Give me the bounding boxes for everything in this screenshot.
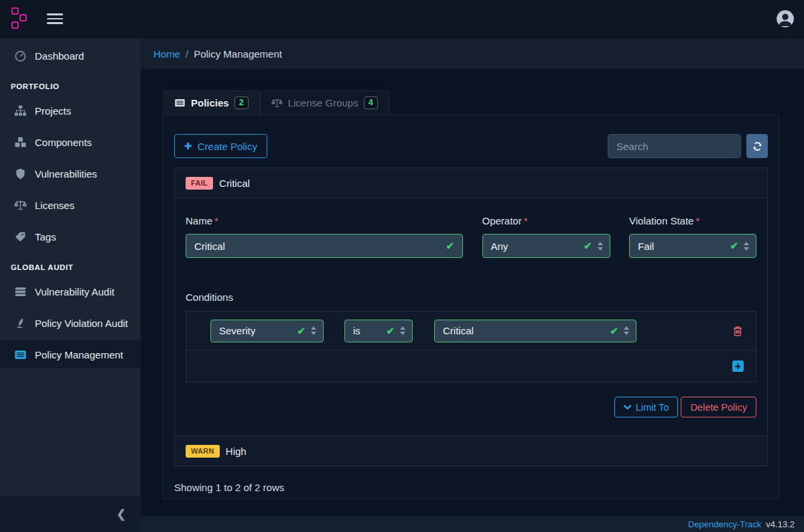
policy-name-input[interactable]: Critical ✔ [186,234,463,258]
policy-row-critical[interactable]: FAIL Critical [175,168,767,198]
cubes-icon [13,135,27,149]
violation-state-select[interactable]: Fail ✔ [629,234,756,258]
plus-square-icon: + [732,360,744,372]
page-footer: Dependency-Track v4.13.2 [141,516,804,532]
sidebar-item-label: Dashboard [35,50,84,62]
list-icon [174,97,186,109]
sidebar-item-label: Components [35,137,92,148]
sidebar-item-label: Licenses [35,200,74,211]
condition-value-select[interactable]: Critical ✔ [434,320,636,342]
select-arrows-icon [311,326,316,335]
sidebar-minimizer[interactable]: ❮ [0,496,141,532]
sidebar-item-policy-violation-audit[interactable]: Policy Violation Audit [0,309,141,337]
violation-state-field-group: Violation State* Fail ✔ [629,215,756,258]
violation-state-label: Violation State* [629,215,756,227]
plus-icon: ✚ [184,141,192,151]
limit-to-button[interactable]: Limit To [614,397,679,417]
name-field-group: Name* Critical ✔ [186,215,463,258]
policies-toolbar: ✚ Create Policy [174,134,768,158]
sidebar-item-dashboard[interactable]: Dashboard [0,42,141,70]
policy-name: High [226,446,247,457]
sidebar-item-label: Vulnerabilities [35,168,97,180]
sidebar-item-licenses[interactable]: Licenses [0,191,141,219]
gauge-icon [13,49,27,62]
dependency-track-link[interactable]: Dependency-Track [688,519,761,529]
tab-count-badge: 2 [234,96,249,109]
valid-check-icon: ✔ [446,240,454,252]
select-arrows-icon [400,326,405,335]
policies-table: FAIL Critical Name* Critical ✔ [174,168,768,466]
operator-select[interactable]: Any ✔ [482,234,610,258]
select-arrows-icon [624,326,629,335]
delete-policy-button[interactable]: Delete Policy [681,397,756,417]
policy-row-high[interactable]: WARN High [175,436,767,466]
tab-license-groups[interactable]: License Groups 4 [260,90,389,115]
sidebar-item-label: Policy Management [35,349,123,360]
chevron-down-icon [624,405,631,410]
policies-panel: ✚ Create Policy [163,115,779,499]
policy-name: Critical [219,178,250,189]
valid-check-icon: ✔ [297,325,306,337]
sidebar-section-global-audit: GLOBAL AUDIT [0,254,141,277]
quill-icon [13,316,27,330]
sidebar-item-projects[interactable]: Projects [0,96,141,125]
list-alt-icon [13,348,27,361]
user-avatar-icon[interactable] [776,9,795,28]
tag-icon [13,230,27,243]
breadcrumb: Home / Policy Management [141,38,804,69]
balance-scale-icon [13,198,27,212]
top-navbar [0,0,804,38]
condition-subject-select[interactable]: Severity ✔ [210,320,324,342]
add-condition-button[interactable]: + [732,360,744,372]
storage-list-icon [13,285,27,298]
required-asterisk: * [695,215,699,226]
name-label: Name* [186,215,463,227]
required-asterisk: * [214,215,218,226]
sidebar-item-label: Projects [35,105,71,117]
add-condition-row: + [186,350,756,383]
tab-label: License Groups [288,97,358,109]
sidebar-item-tags[interactable]: Tags [0,222,141,251]
sidebar-item-vulnerability-audit[interactable]: Vulnerability Audit [0,277,141,306]
breadcrumb-separator: / [186,48,188,60]
sidebar-item-vulnerabilities[interactable]: Vulnerabilities [0,159,141,188]
dependency-track-logo[interactable] [9,7,29,31]
sidebar-item-label: Tags [35,231,56,243]
tab-label: Policies [191,97,229,109]
chevron-left-icon: ❮ [117,507,126,521]
select-arrows-icon [744,242,749,251]
version-label: v4.13.2 [766,519,795,529]
refresh-button[interactable] [746,134,768,158]
create-policy-button[interactable]: ✚ Create Policy [174,134,267,158]
tab-count-badge: 4 [364,96,378,109]
sidebar-section-portfolio: PORTFOLIO [0,73,141,96]
tab-bar: Policies 2 License Groups 4 [163,90,779,115]
valid-check-icon: ✔ [730,240,738,252]
breadcrumb-home-link[interactable]: Home [153,48,180,60]
shield-icon [13,167,27,180]
valid-check-icon: ✔ [610,325,618,337]
delete-condition-button[interactable] [732,325,744,337]
valid-check-icon: ✔ [386,325,395,337]
violation-state-badge: WARN [186,445,220,458]
operator-label: Operator* [482,215,610,227]
table-summary: Showing 1 to 2 of 2 rows [174,482,768,493]
condition-operator-select[interactable]: is ✔ [344,320,413,342]
operator-field-group: Operator* Any ✔ [482,215,610,258]
conditions-label: Conditions [186,291,756,303]
breadcrumb-current: Policy Management [194,48,282,60]
sidebar-item-policy-management[interactable]: Policy Management [0,340,141,369]
select-arrows-icon [598,242,603,251]
balance-scale-icon [271,97,283,109]
violation-state-badge: FAIL [186,177,213,190]
refresh-icon [752,141,763,152]
hamburger-icon[interactable] [47,11,63,27]
valid-check-icon: ✔ [584,240,592,252]
search-input[interactable] [608,134,741,158]
policy-detail: Name* Critical ✔ Operator* Any [175,198,767,436]
sidebar-item-components[interactable]: Components [0,128,141,156]
tab-policies[interactable]: Policies 2 [163,90,260,115]
sidebar: Dashboard PORTFOLIO Projects Co [0,38,141,532]
sidebar-item-label: Policy Violation Audit [35,318,128,329]
sidebar-item-label: Vulnerability Audit [35,286,115,297]
